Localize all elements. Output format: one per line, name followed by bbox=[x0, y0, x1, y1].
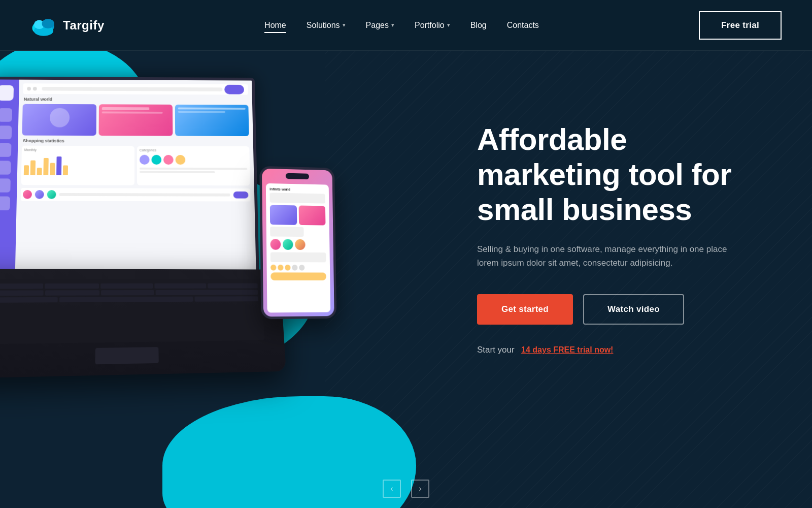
site-header: Targify Home Solutions ▾ Pages ▾ Portfol… bbox=[0, 0, 812, 51]
phone-item-3 bbox=[270, 252, 326, 262]
laptop-screen: Natural world bbox=[0, 77, 259, 274]
nav-pages[interactable]: Pages ▾ bbox=[366, 21, 394, 30]
phone-header-text: Infinite world bbox=[269, 187, 325, 192]
sidebar-logo bbox=[0, 85, 14, 101]
carousel-next-button[interactable]: › bbox=[411, 480, 429, 498]
nav-home[interactable]: Home bbox=[264, 21, 286, 30]
stats-card-2: Categories bbox=[137, 146, 250, 185]
profiles-row bbox=[21, 188, 251, 201]
main-nav: Home Solutions ▾ Pages ▾ Portfolio ▾ Blo… bbox=[264, 21, 539, 30]
phone-screen: Infinite world bbox=[262, 169, 334, 317]
trial-cta: Start your 14 days FREE trial now! bbox=[477, 345, 771, 355]
solutions-chevron-icon: ▾ bbox=[343, 22, 346, 28]
natural-world-label: Natural world bbox=[24, 97, 248, 103]
portfolio-chevron-icon: ▾ bbox=[447, 22, 450, 28]
sidebar-item-1 bbox=[0, 108, 12, 122]
carousel-prev-button[interactable]: ‹ bbox=[383, 480, 401, 498]
carousel-controls: ‹ › bbox=[383, 480, 429, 498]
nav-blog[interactable]: Blog bbox=[470, 21, 487, 30]
phone-mockup: Infinite world bbox=[259, 166, 336, 320]
card-1 bbox=[22, 104, 96, 136]
free-trial-button[interactable]: Free trial bbox=[699, 11, 782, 40]
svg-point-4 bbox=[42, 19, 54, 28]
nav-portfolio[interactable]: Portfolio ▾ bbox=[415, 21, 450, 30]
phone-notch bbox=[286, 173, 309, 180]
logo[interactable]: Targify bbox=[30, 15, 105, 36]
hero-section: Natural world bbox=[0, 51, 812, 508]
trial-prefix: Start your bbox=[477, 345, 515, 355]
card-3 bbox=[175, 105, 249, 136]
hero-subtitle: Selling & buying in one software, manage… bbox=[477, 242, 731, 270]
watch-video-button[interactable]: Watch video bbox=[583, 294, 684, 325]
laptop-body bbox=[0, 269, 286, 378]
pages-chevron-icon: ▾ bbox=[391, 22, 394, 28]
phone-avatars bbox=[270, 239, 326, 250]
phone-item-2 bbox=[270, 227, 303, 237]
card-2 bbox=[99, 104, 173, 136]
app-topbar bbox=[23, 83, 248, 94]
trial-link[interactable]: 14 days FREE trial now! bbox=[521, 345, 613, 354]
hero-title: Affordable marketing tool for small busi… bbox=[477, 122, 771, 227]
cta-button-group: Get started Watch video bbox=[477, 294, 771, 325]
stats-card-1: Monthly bbox=[21, 146, 134, 185]
laptop-touchpad bbox=[95, 347, 158, 364]
hero-content: Affordable marketing tool for small busi… bbox=[477, 122, 771, 355]
phone-cta-btn bbox=[270, 272, 326, 280]
logo-icon bbox=[30, 15, 57, 36]
app-main: Natural world bbox=[15, 80, 256, 272]
phone-item-1 bbox=[270, 193, 325, 203]
brand-name: Targify bbox=[63, 18, 105, 33]
get-started-button[interactable]: Get started bbox=[477, 294, 573, 325]
stats-area: Monthly Cat bbox=[21, 146, 250, 186]
sidebar-item-2 bbox=[0, 125, 12, 139]
content-grid bbox=[22, 104, 249, 136]
shopping-stats-label: Shopping statistics bbox=[23, 138, 249, 144]
phone-content: Infinite world bbox=[266, 183, 330, 313]
devices-mockup: Natural world bbox=[0, 65, 348, 500]
laptop-screen-content: Natural world bbox=[0, 79, 256, 271]
nav-contacts[interactable]: Contacts bbox=[507, 21, 539, 30]
laptop-keyboard bbox=[0, 279, 264, 344]
nav-solutions[interactable]: Solutions ▾ bbox=[307, 21, 346, 30]
